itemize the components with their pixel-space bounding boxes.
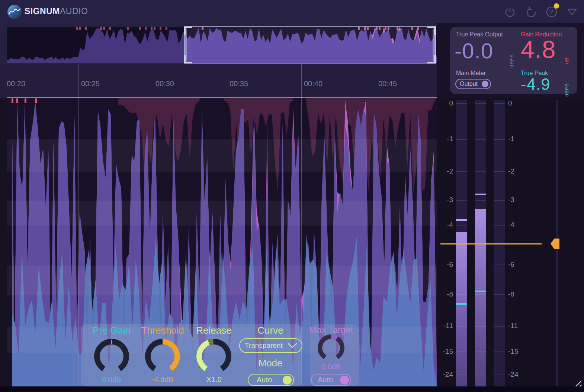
release-value: X1.0	[192, 375, 236, 385]
meter-tick	[475, 103, 486, 104]
meter-scale-label: -3	[508, 196, 524, 204]
header-bar: SIGNUMAUDIO ?	[0, 0, 584, 23]
curve-select[interactable]: Transparent	[239, 338, 302, 353]
meter-scale-label: -3	[438, 196, 453, 204]
curve-selected-value: Transparent	[245, 341, 288, 350]
meter-tick	[475, 171, 486, 172]
level-band	[7, 266, 437, 295]
meter-scale-label: 0	[438, 99, 453, 107]
meter-tick	[456, 326, 467, 327]
time-label: 00:25	[81, 80, 100, 88]
pre-gain-value: 0.0dB	[89, 375, 134, 385]
gain-reduction-unit: dB	[564, 51, 569, 64]
meter-tick	[494, 351, 505, 352]
meter-fill	[475, 209, 486, 386]
dropdown-icon[interactable]	[566, 6, 578, 18]
true-peak-output-label: True Peak Output	[456, 31, 503, 38]
meter-scale-label: -1	[508, 135, 524, 143]
meter-scale-label: -6	[438, 260, 453, 269]
max-target-toggle-label: Auto	[318, 376, 340, 384]
meter-tick	[494, 294, 505, 295]
main-meter-output-toggle[interactable]: Output	[455, 79, 491, 89]
true-peak-unit: dBFS	[564, 77, 569, 97]
threshold-slider-handle[interactable]	[550, 238, 560, 250]
meter-tick	[494, 200, 505, 201]
pre-gain-knob[interactable]	[93, 338, 130, 375]
meter-scale-label: -11	[438, 322, 453, 330]
meter-tick	[494, 139, 505, 140]
stats-panel: True Peak Output -0.0 dBFS Gain Reductio…	[450, 27, 577, 94]
meter-tick	[475, 351, 486, 352]
max-target-knob[interactable]	[316, 333, 346, 363]
selection-right-handle[interactable]	[433, 29, 435, 61]
signum-audio-logo	[7, 4, 22, 19]
max-target-auto-toggle[interactable]: Auto	[311, 374, 351, 386]
meter-tick	[456, 375, 467, 375]
meter-scale-label: -2	[438, 167, 453, 175]
meter-tick	[456, 200, 467, 201]
chevron-down-icon	[288, 343, 297, 349]
toggle-knob	[340, 376, 349, 385]
plot-left-margin	[0, 98, 7, 386]
meter-tick	[456, 103, 467, 104]
meter-scale-label: -15	[438, 347, 453, 356]
release-label: Release	[188, 325, 240, 336]
ruler-baseline	[7, 97, 437, 98]
meter-tick	[456, 171, 467, 172]
release-knob[interactable]	[195, 338, 232, 375]
meter-scale-label: -4	[508, 221, 524, 229]
main-meter-label: Main Meter	[456, 70, 486, 77]
meter-scale-label: -8	[438, 290, 453, 298]
window-bottom-edge	[0, 386, 584, 392]
max-target-value: 0.0dB	[309, 363, 353, 372]
toggle-knob	[283, 376, 292, 385]
toggle-knob	[482, 81, 488, 87]
pre-gain-label: Pre Gain	[86, 325, 138, 336]
clip-marker	[12, 98, 13, 103]
mode-auto-toggle[interactable]: Auto	[248, 374, 294, 386]
meter-tick	[456, 294, 467, 295]
meter-scale-label: -24	[438, 370, 453, 379]
undo-icon[interactable]	[525, 6, 538, 18]
curve-label: Curve	[244, 325, 296, 336]
brand-bold: SIGNUM	[25, 6, 60, 16]
meter-scale-label: -11	[508, 322, 524, 330]
mode-toggle-label: Auto	[257, 376, 283, 384]
notification-badge	[554, 3, 559, 9]
brand-light: AUDIO	[60, 6, 88, 16]
true-peak-output-value: -0.0	[455, 39, 493, 63]
meter-scale-label: -2	[508, 167, 524, 175]
mode-label: Mode	[244, 357, 296, 369]
meter-tick	[456, 139, 467, 140]
plugin-window: SIGNUMAUDIO ?	[0, 0, 584, 392]
meter-tick	[494, 171, 505, 172]
selection-left-handle[interactable]	[184, 29, 187, 61]
meter-tick	[456, 265, 467, 265]
meter-zone: True Peak Output -0.0 dBFS Gain Reductio…	[437, 23, 584, 386]
overview-selection-window[interactable]	[184, 26, 436, 64]
time-label: 00:35	[230, 80, 248, 88]
true-peak-output-unit: dBFS	[509, 45, 514, 68]
peak-hold-line	[475, 194, 486, 195]
true-peak-value: -4.9	[521, 75, 551, 94]
clip-marker	[16, 98, 18, 103]
threshold-value: -4.9dB	[140, 375, 185, 385]
meter-tick	[475, 326, 486, 327]
meter-scale-label: -8	[508, 290, 524, 298]
brand-title: SIGNUMAUDIO	[25, 6, 88, 16]
meter-scale-label: 0	[508, 99, 524, 107]
overview-unselected-dim	[7, 27, 184, 63]
time-gridline	[376, 64, 376, 386]
meter-tick	[494, 326, 505, 327]
threshold-knob[interactable]	[144, 338, 181, 375]
meter-tick	[475, 225, 486, 226]
time-label: 00:40	[304, 80, 323, 88]
peak-hold-line	[456, 219, 467, 221]
gain-reduction-value: 4.8	[521, 36, 556, 63]
meter-tick	[475, 200, 486, 201]
time-label: 00:20	[7, 80, 25, 88]
power-icon[interactable]	[504, 6, 516, 18]
meter-tick	[475, 294, 486, 295]
clip-marker	[35, 98, 37, 103]
meter-scale-label: -6	[508, 260, 524, 269]
